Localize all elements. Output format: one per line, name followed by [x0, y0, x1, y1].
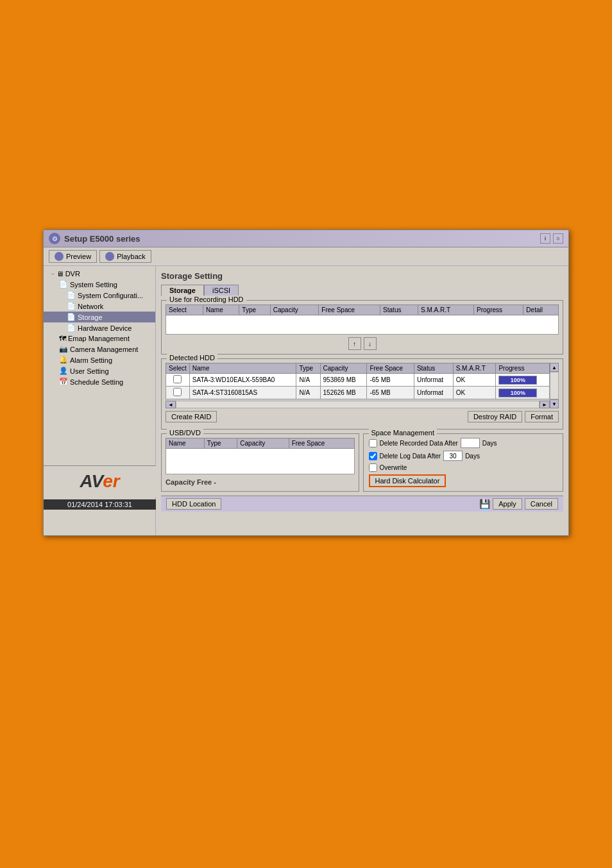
- info-button[interactable]: i: [540, 233, 550, 244]
- scroll-right-btn[interactable]: ►: [540, 401, 550, 408]
- nav-arrows: ↑ ↓: [166, 337, 559, 350]
- sidebar-item-hardware[interactable]: 📄 Hardware Device: [44, 322, 155, 333]
- usb-col-name: Name: [166, 438, 205, 449]
- row1-checkbox[interactable]: [173, 375, 182, 383]
- sidebar-system-setting-label: System Setting: [70, 281, 117, 288]
- delete-recorded-checkbox[interactable]: [369, 439, 377, 447]
- down-arrow-button[interactable]: ↓: [364, 337, 377, 350]
- col-capacity: Capacity: [270, 305, 319, 315]
- right-action-buttons: Destroy RAID Format: [468, 411, 559, 422]
- usb-col-type: Type: [204, 438, 237, 449]
- detected-hdd-table: Select Name Type Capacity Free Space Sta…: [166, 363, 550, 399]
- use-recording-hdd-table: Select Name Type Capacity Free Space Sta…: [166, 305, 559, 335]
- detected-hdd-group: Detected HDD Select Name Type Capacity F…: [161, 358, 563, 430]
- row1-capacity: 953869 MB: [320, 374, 367, 387]
- row1-progress-bar: 100%: [498, 376, 537, 385]
- col-name: Name: [203, 305, 239, 315]
- col-status: Status: [380, 305, 418, 315]
- apply-button[interactable]: Apply: [493, 498, 522, 510]
- logo-black: AV: [80, 471, 103, 491]
- format-button[interactable]: Format: [525, 411, 559, 422]
- usb-dvd-title: USB/DVD: [167, 429, 203, 437]
- sidebar-item-network[interactable]: 📄 Network: [44, 301, 155, 312]
- hdd-location-button[interactable]: HDD Location: [166, 498, 221, 510]
- detected-hdd-wrapper: Select Name Type Capacity Free Space Sta…: [166, 363, 559, 408]
- sidebar-storage-icon: 📄: [67, 313, 76, 321]
- up-arrow-button[interactable]: ↑: [348, 337, 361, 350]
- row2-checkbox[interactable]: [173, 388, 182, 396]
- sidebar-item-system-config[interactable]: 📄 System Configurati...: [44, 290, 155, 301]
- sidebar-item-user[interactable]: 👤 User Setting: [44, 365, 155, 376]
- table-row: SATA-3:WD10EALX-559BA0 N/A 953869 MB -65…: [166, 374, 550, 387]
- footer-bar: HDD Location 💾 Apply Cancel: [161, 496, 563, 512]
- hard-disk-calculator-button[interactable]: Hard Disk Calculator: [369, 474, 446, 487]
- close-button[interactable]: ○: [553, 233, 563, 244]
- overwrite-label: Overwrite: [380, 464, 407, 471]
- sidebar-system-config-label: System Configurati...: [78, 292, 143, 299]
- sidebar-item-alarm[interactable]: 🔔 Alarm Setting: [44, 355, 155, 365]
- det-col-select: Select: [166, 363, 190, 374]
- tab-storage[interactable]: Storage: [161, 285, 204, 296]
- sidebar-item-camera[interactable]: 📷 Camera Management: [44, 344, 155, 355]
- window-title: Setup E5000 series: [64, 234, 140, 244]
- sidebar-network-icon: 📄: [67, 302, 76, 310]
- sidebar-item-schedule[interactable]: 📅 Schedule Setting: [44, 376, 155, 387]
- space-mgmt-title: Space Management: [369, 429, 437, 437]
- space-management-section: Space Management Delete Recorded Data Af…: [363, 433, 564, 492]
- row2-progress-bar: 100%: [498, 388, 537, 397]
- row2-progress-fill: 100%: [499, 389, 536, 397]
- usb-empty-row: [166, 449, 355, 474]
- sidebar-item-storage[interactable]: 📄 Storage: [44, 312, 155, 322]
- app-icon: ⚙: [49, 233, 60, 244]
- preview-label: Preview: [66, 253, 91, 260]
- row2-status: Unformat: [414, 387, 453, 399]
- sidebar-item-dvr[interactable]: − 🖥 DVR: [44, 269, 155, 279]
- footer-actions: 💾 Apply Cancel: [479, 498, 558, 510]
- sidebar-system-config-icon: 📄: [67, 291, 76, 299]
- preview-button[interactable]: Preview: [49, 250, 97, 263]
- cancel-button[interactable]: Cancel: [525, 498, 558, 510]
- main-content: − 🖥 DVR 📄 System Setting 📄 System Config…: [44, 266, 568, 535]
- use-recording-hdd-group: Use for Recording HDD Select Name Type C…: [161, 300, 563, 355]
- delete-recorded-days: Days: [482, 440, 497, 447]
- scroll-left-btn[interactable]: ◄: [166, 401, 176, 408]
- overwrite-checkbox[interactable]: [369, 463, 377, 472]
- sidebar-dvr-label: DVR: [65, 270, 80, 278]
- bottom-row: USB/DVD Name Type Capacity Free Space: [161, 433, 563, 492]
- sidebar-schedule-icon: 📅: [59, 378, 68, 386]
- row1-smart: OK: [453, 374, 496, 387]
- sidebar-item-emap[interactable]: 🗺 Emap Management: [44, 333, 155, 344]
- scroll-down-btn[interactable]: ▼: [550, 399, 559, 408]
- det-col-progress: Progress: [496, 363, 550, 374]
- usb-col-capacity: Capacity: [237, 438, 289, 449]
- delete-log-checkbox[interactable]: [369, 452, 377, 460]
- sidebar-storage-label: Storage: [78, 313, 103, 321]
- det-col-status: Status: [414, 363, 453, 374]
- destroy-raid-button[interactable]: Destroy RAID: [468, 411, 522, 422]
- det-col-free-space: Free Space: [367, 363, 414, 374]
- sidebar-item-system-setting[interactable]: 📄 System Setting: [44, 279, 155, 290]
- sidebar-alarm-icon: 🔔: [59, 356, 68, 364]
- playback-button[interactable]: Playback: [99, 250, 151, 263]
- delete-log-label: Delete Log Data After: [380, 453, 441, 460]
- delete-log-input[interactable]: [443, 451, 463, 461]
- delete-recorded-input[interactable]: [461, 438, 480, 448]
- col-type: Type: [239, 305, 270, 315]
- logo-red: er: [103, 471, 119, 491]
- detected-hdd-table-wrapper: Select Name Type Capacity Free Space Sta…: [166, 363, 550, 408]
- playback-icon: [105, 252, 114, 261]
- col-progress: Progress: [474, 305, 523, 315]
- tab-iscsi[interactable]: iSCSI: [204, 285, 239, 296]
- sidebar-camera-icon: 📷: [59, 345, 68, 353]
- sidebar-emap-icon: 🗺: [59, 335, 66, 342]
- create-raid-button[interactable]: Create RAID: [166, 411, 217, 422]
- det-col-smart: S.M.A.R.T: [453, 363, 496, 374]
- row1-status: Unformat: [414, 374, 453, 387]
- sidebar-schedule-label: Schedule Setting: [70, 378, 123, 386]
- usb-dvd-table: Name Type Capacity Free Space: [166, 438, 355, 474]
- delete-recorded-row: Delete Recorded Data After Days: [369, 438, 558, 448]
- overwrite-row: Overwrite: [369, 463, 558, 472]
- scroll-up-btn[interactable]: ▲: [550, 363, 559, 372]
- playback-label: Playback: [117, 253, 146, 260]
- usb-dvd-section: USB/DVD Name Type Capacity Free Space: [161, 433, 359, 492]
